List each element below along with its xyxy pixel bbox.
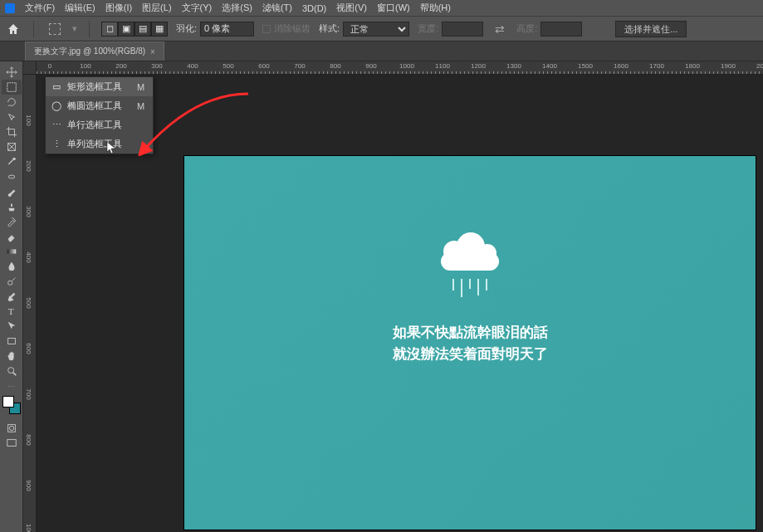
mode-new-icon[interactable]: ◻ xyxy=(101,22,118,37)
height-input xyxy=(540,22,582,37)
ruler-tick-label: 1700 xyxy=(649,62,664,70)
tool-history-brush[interactable] xyxy=(2,214,22,229)
color-swatches[interactable] xyxy=(2,396,21,414)
tool-move[interactable] xyxy=(2,65,22,80)
tool-quick-select[interactable] xyxy=(2,110,22,124)
mode-add-icon[interactable]: ▣ xyxy=(118,22,135,37)
ruler-horizontal[interactable]: 0100200300400500600700800900100011001200… xyxy=(37,61,763,75)
document-viewport: 0100200300400500600700800900100011001200… xyxy=(23,61,763,532)
mode-intersect-icon[interactable]: ▦ xyxy=(151,22,168,37)
ruler-tick-label: 800 xyxy=(25,434,32,445)
ruler-tick-label: 500 xyxy=(223,62,233,70)
svg-text:T: T xyxy=(7,306,13,316)
tool-clone[interactable] xyxy=(2,199,22,214)
tool-frame[interactable] xyxy=(2,139,22,154)
ruler-tick-label: 200 xyxy=(115,62,126,70)
ruler-tick-label: 500 xyxy=(25,297,32,308)
ruler-tick-label: 700 xyxy=(294,62,305,70)
flyout-ellipse-marquee[interactable]: ◯ 椭圆选框工具 M xyxy=(46,96,153,115)
menu-image[interactable]: 图像(I) xyxy=(102,0,135,16)
menu-file[interactable]: 文件(F) xyxy=(22,0,58,16)
tool-marquee[interactable] xyxy=(2,80,22,95)
svg-point-4 xyxy=(7,281,12,285)
ruler-tick-label: 400 xyxy=(25,251,32,262)
rect-marquee-icon: ▭ xyxy=(51,81,62,92)
ruler-tick-label: 1200 xyxy=(471,62,486,70)
flyout-shortcut: M xyxy=(127,82,144,92)
menu-3d[interactable]: 3D(D) xyxy=(299,2,330,15)
canvas[interactable]: 如果不快點流幹眼泪的話 就沒辦法笑着面對明天了 xyxy=(184,156,756,530)
tool-rectangle[interactable] xyxy=(2,334,22,349)
document-tab[interactable]: 更换文字.jpg @ 100%(RGB/8) × xyxy=(25,41,164,61)
fg-color-swatch[interactable] xyxy=(2,396,14,408)
tool-zoom[interactable] xyxy=(2,364,22,378)
canvas-text: 如果不快點流幹眼泪的話 就沒辦法笑着面對明天了 xyxy=(184,322,756,364)
ruler-tick-label: 900 xyxy=(365,62,376,70)
ruler-tick-label: 1900 xyxy=(721,62,736,70)
menu-help[interactable]: 帮助(H) xyxy=(417,0,454,16)
flyout-row-marquee[interactable]: ⋯ 单行选框工具 xyxy=(46,115,153,134)
marquee-current-icon[interactable] xyxy=(49,23,61,35)
canvas-text-line1: 如果不快點流幹眼泪的話 xyxy=(184,322,756,344)
tool-blur[interactable] xyxy=(2,259,22,274)
flyout-shortcut: M xyxy=(127,101,144,111)
tool-spot-heal[interactable] xyxy=(2,169,22,184)
tool-screenmode[interactable] xyxy=(2,436,22,451)
svg-rect-2 xyxy=(8,175,14,178)
svg-rect-0 xyxy=(7,83,16,92)
ruler-tick-label: 100 xyxy=(80,62,90,70)
tool-type[interactable]: T xyxy=(2,304,22,319)
document-tab-title: 更换文字.jpg @ 100%(RGB/8) xyxy=(34,46,145,57)
col-marquee-icon: ⋮ xyxy=(51,139,62,149)
tool-lasso[interactable] xyxy=(2,95,22,110)
menu-view[interactable]: 视图(V) xyxy=(333,0,370,16)
menu-layer[interactable]: 图层(L) xyxy=(139,0,174,16)
tool-eyedropper[interactable] xyxy=(2,154,22,169)
tool-eraser[interactable] xyxy=(2,229,22,244)
style-select[interactable]: 正常 xyxy=(343,22,409,37)
menu-type[interactable]: 文字(Y) xyxy=(179,0,216,16)
document-tab-bar: 更换文字.jpg @ 100%(RGB/8) × xyxy=(0,41,763,61)
feather-input[interactable] xyxy=(200,22,254,37)
canvas-scroll-area[interactable]: ▭ 矩形选框工具 M ◯ 椭圆选框工具 M ⋯ 单行选框工具 ⋮ 单列选框工具 xyxy=(37,75,763,532)
menu-select[interactable]: 选择(S) xyxy=(218,0,256,16)
ruler-tick-label: 2000 xyxy=(756,62,763,70)
marquee-tool-flyout: ▭ 矩形选框工具 M ◯ 椭圆选框工具 M ⋯ 单行选框工具 ⋮ 单列选框工具 xyxy=(45,76,154,154)
svg-rect-6 xyxy=(7,339,15,344)
tool-palette: T ⋯ xyxy=(0,61,23,532)
flyout-label: 矩形选框工具 xyxy=(67,81,122,93)
tool-quickmask[interactable] xyxy=(2,421,22,436)
mode-subtract-icon[interactable]: ▤ xyxy=(135,22,151,37)
flyout-rect-marquee[interactable]: ▭ 矩形选框工具 M xyxy=(46,77,153,96)
menu-edit[interactable]: 编辑(E) xyxy=(61,0,99,16)
tool-dodge[interactable] xyxy=(2,274,22,289)
menu-window[interactable]: 窗口(W) xyxy=(374,0,413,16)
svg-point-9 xyxy=(9,426,13,430)
tool-path-select[interactable] xyxy=(2,319,22,334)
ruler-tick-label: 1800 xyxy=(685,62,700,70)
tool-crop[interactable] xyxy=(2,124,22,139)
tool-brush[interactable] xyxy=(2,184,22,199)
tool-pen[interactable] xyxy=(2,289,22,304)
ruler-tick-label: 800 xyxy=(330,62,340,70)
main-area: T ⋯ 010020030040050060070080090010001100… xyxy=(0,61,763,532)
rain-graphic xyxy=(452,279,487,297)
home-icon[interactable] xyxy=(5,21,22,37)
select-and-mask-button[interactable]: 选择并遮住... xyxy=(615,21,687,37)
ruler-tick-label: 700 xyxy=(25,388,32,399)
close-tab-icon[interactable]: × xyxy=(150,47,155,56)
swap-wh-icon: ⇄ xyxy=(492,22,508,36)
menu-filter[interactable]: 滤镜(T) xyxy=(259,0,296,16)
ruler-tick-label: 1400 xyxy=(542,62,557,70)
ruler-vertical[interactable]: 1002003004005006007008009001000 xyxy=(23,75,37,532)
flyout-label: 单列选框工具 xyxy=(67,138,122,150)
tool-gradient[interactable] xyxy=(2,244,22,259)
flyout-col-marquee[interactable]: ⋮ 单列选框工具 xyxy=(46,134,153,154)
width-input xyxy=(442,22,483,37)
ruler-tick-label: 1000 xyxy=(25,524,32,532)
ruler-tick-label: 1100 xyxy=(435,62,450,70)
tool-hand[interactable] xyxy=(2,349,22,364)
ruler-corner xyxy=(23,61,37,75)
ruler-tick-label: 300 xyxy=(25,206,32,217)
selection-mode-group: ◻ ▣ ▤ ▦ xyxy=(101,22,168,37)
